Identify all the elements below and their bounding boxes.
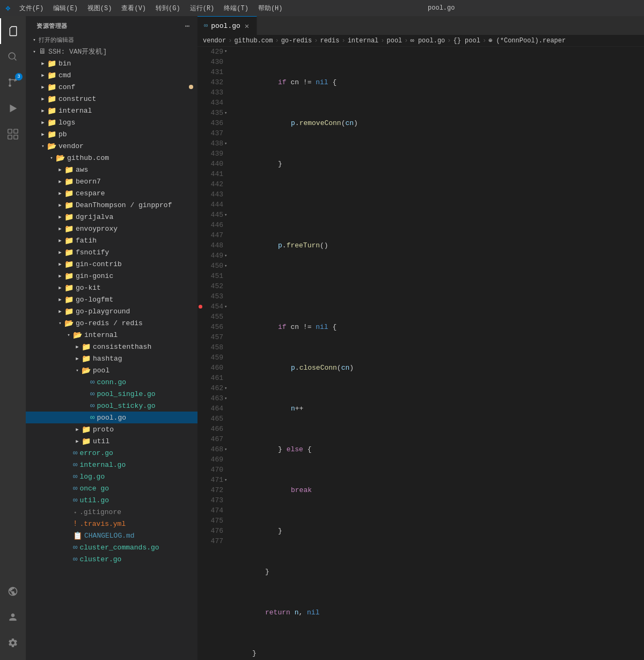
ln-454: 454 ▾ [197,302,234,312]
tree-item-gin-contrib[interactable]: ▶ 📁 gin-contrib [26,258,197,270]
bc-pool-go[interactable]: ∞ pool.go [411,37,445,45]
tree-item-log-go[interactable]: ∞ log.go [26,471,197,482]
tree-item-envoyproxy[interactable]: ▶ 📁 envoyproxy [26,223,197,234]
tree-item-internal[interactable]: ▶ 📁 internal [26,105,197,116]
code-content[interactable]: if cn != nil { p.removeConn(cn) } p.free… [234,47,644,660]
tree-item-cmd[interactable]: ▶ 📁 cmd [26,69,197,81]
tree-item-pool-single-go[interactable]: ∞ pool_single.go [26,388,197,400]
activity-run[interactable] [0,96,26,121]
fold-463[interactable]: ▾ [224,395,231,401]
ln-439: 439 [197,149,234,159]
fold-445[interactable]: ▾ [224,212,231,218]
util-label: util [93,437,109,445]
tree-item-travis[interactable]: ! .travis.yml [26,518,197,530]
tree-item-dgrijalva[interactable]: ▶ 📁 dgrijalva [26,211,197,223]
activity-extensions[interactable] [0,121,26,147]
menu-goto[interactable]: 转到(G) [151,3,185,14]
bc-connpool-reaper[interactable]: ⊕ (*ConnPool).reaper [488,36,566,45]
ln-475: 475 [197,516,234,526]
activity-explorer[interactable] [0,18,26,44]
tree-item-deanthompson[interactable]: ▶ 📁 DeanThompson / ginpprof [26,199,197,211]
tree-item-go-redis[interactable]: ▾ 📂 go-redis / redis [26,317,197,329]
tree-item-pb[interactable]: ▶ 📁 pb [26,128,197,140]
menu-help[interactable]: 帮助(H) [254,3,287,14]
fold-454[interactable]: ▾ [224,304,231,310]
tree-item-changelog[interactable]: 📋 CHANGELOG.md [26,530,197,541]
tab-close-pool[interactable]: ✕ [244,20,250,32]
tree-item-go-redis-internal[interactable]: ▾ 📂 internal [26,329,197,341]
fold-450[interactable]: ▾ [224,263,231,269]
tree-item-fatih[interactable]: ▶ 📁 fatih [26,234,197,246]
tree-item-aws[interactable]: ▶ 📁 aws [26,164,197,175]
fold-438[interactable]: ▾ [224,141,231,146]
open-editors-section[interactable]: ▾ 打开的编辑器 [26,34,197,46]
activity-account[interactable] [0,604,26,630]
cluster-go-arrow [64,555,73,563]
bc-go-redis[interactable]: go-redis [281,37,312,45]
code-line-435: if cn != nil { [234,322,644,332]
tree-item-go-kit[interactable]: ▶ 📁 go-kit [26,282,197,294]
tree-item-construct[interactable]: ▶ 📁 construct [26,93,197,105]
tree-item-cespare[interactable]: ▶ 📁 cespare [26,187,197,199]
tree-item-github[interactable]: ▾ 📂 github.com [26,152,197,164]
tree-item-go-logfmt[interactable]: ▶ 📁 go-logfmt [26,294,197,305]
tab-pool-go[interactable]: ∞ pool.go ✕ [197,16,257,35]
go-file-icon-cluster: ∞ [73,555,77,563]
bc-github[interactable]: github.com [234,37,273,45]
tree-item-pool-sticky-go[interactable]: ∞ pool_sticky.go [26,400,197,412]
tree-item-cluster-commands[interactable]: ∞ cluster_commands.go [26,541,197,553]
tree-item-cluster-go[interactable]: ∞ cluster.go [26,553,197,565]
fold-462[interactable]: ▾ [224,385,231,391]
activity-remote[interactable] [0,578,26,604]
new-file-icon[interactable]: ⋯ [184,20,191,32]
activity-settings[interactable] [0,630,26,656]
fold-435[interactable]: ▾ [224,110,231,116]
tree-item-conf[interactable]: ▶ 📁 conf [26,81,197,93]
bc-vendor[interactable]: vendor [203,37,226,45]
activity-search[interactable] [0,44,26,70]
go-file-icon-error: ∞ [73,449,77,457]
fold-449[interactable]: ▾ [224,253,231,259]
fold-429[interactable]: ▾ [224,47,231,57]
tree-item-vendor[interactable]: ▾ 📂 vendor [26,140,197,152]
tree-item-internal-go[interactable]: ∞ internal.go [26,459,197,471]
tree-item-pool[interactable]: ▾ 📂 pool [26,364,197,376]
tree-item-hashtag[interactable]: ▶ 📁 hashtag [26,353,197,364]
tree-item-pool-go[interactable]: ∞ pool.go [26,412,197,423]
bc-redis[interactable]: redis [320,37,339,45]
bc-internal[interactable]: internal [348,37,379,45]
menu-edit[interactable]: 编辑(E) [49,3,82,14]
go-redis-arrow: ▾ [56,319,64,327]
tree-item-consistenthash[interactable]: ▶ 📁 consistenthash [26,341,197,353]
tree-item-gitignore[interactable]: ⬩ .gitignore [26,506,197,518]
tree-item-once-go[interactable]: ∞ once go [26,482,197,494]
cespare-arrow: ▶ [56,189,64,197]
menu-terminal[interactable]: 终端(T) [219,3,253,14]
tree-item-bin[interactable]: ▶ 📁 bin [26,57,197,69]
sidebar-title: 资源管理器 [36,22,68,30]
tree-item-util-go[interactable]: ∞ util.go [26,494,197,506]
tree-item-logs[interactable]: ▶ 📁 logs [26,116,197,128]
menu-file[interactable]: 文件(F) [15,3,48,14]
fold-468[interactable]: ▾ [224,446,231,452]
bc-pool-struct[interactable]: {} pool [453,37,480,45]
bc-pool[interactable]: pool [386,37,402,45]
tree-item-beorn7[interactable]: ▶ 📁 beorn7 [26,175,197,187]
tree-item-util[interactable]: ▶ 📁 util [26,435,197,447]
line-number-column: 429 ▾ 430 431 432 433 434 435 ▾ 436 437 [197,47,234,660]
menu-view[interactable]: 查看(V) [117,3,150,14]
folder-icon-pool: 📂 [82,366,91,375]
menu-selection[interactable]: 视图(S) [83,3,116,14]
tree-item-error-go[interactable]: ∞ error.go [26,447,197,459]
tree-item-proto[interactable]: ▶ 📁 proto [26,423,197,435]
fold-471[interactable]: ▾ [224,477,231,483]
code-editor: 429 ▾ 430 431 432 433 434 435 ▾ 436 437 [197,47,644,660]
gin-contrib-arrow: ▶ [56,260,64,268]
tree-item-conn-go[interactable]: ∞ conn.go [26,376,197,388]
tree-item-go-playground[interactable]: ▶ 📁 go-playground [26,305,197,317]
tree-item-fsnotify[interactable]: ▶ 📁 fsnotify [26,246,197,258]
activity-scm[interactable]: 3 [0,70,26,96]
menu-run[interactable]: 运行(R) [186,3,219,14]
tree-item-gin-gonic[interactable]: ▶ 📁 gin-gonic [26,270,197,282]
remote-root[interactable]: ▾ 🖥 SSH: VAN开发机] [26,46,197,57]
